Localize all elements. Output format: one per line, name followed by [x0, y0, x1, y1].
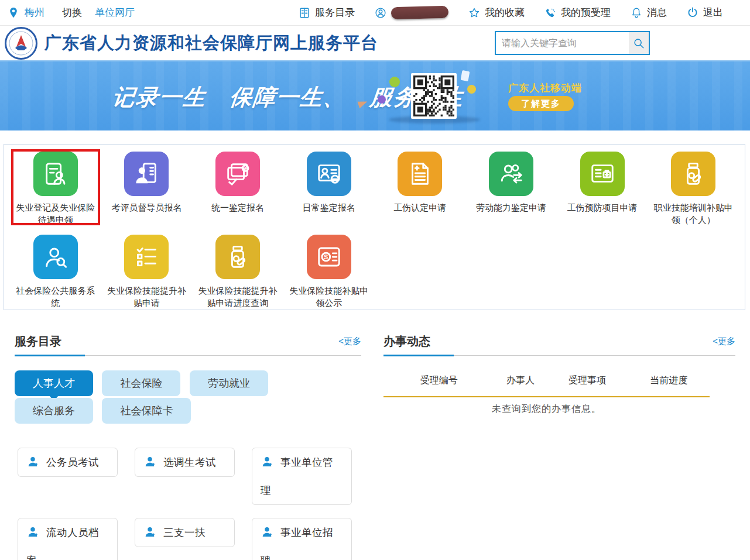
- service-label: 失业保险技能补贴申领公示: [287, 284, 371, 309]
- purple-dot-decor: [378, 95, 386, 104]
- service-examiner-signup[interactable]: 考评员督导员报名: [101, 152, 193, 235]
- card-civil-servant-exam[interactable]: 公务员考试: [18, 448, 118, 477]
- topbar-menu: 服务目录 我的收藏 我的预受理 消息 退出: [298, 6, 723, 19]
- user-account[interactable]: [374, 6, 448, 19]
- card-three-supports[interactable]: 三支一扶: [135, 518, 235, 547]
- photo-check-icon: ¥: [215, 152, 260, 196]
- catalog-cards: 公务员考试 选调生考试 事业单位管理 流动人员档案 三支一扶 事业单位招聘: [18, 448, 361, 560]
- search-button[interactable]: [629, 32, 649, 54]
- quick-services-grid: 失业登记及失业保险待遇申领 考评员督导员报名 ¥ 统一鉴定报名 日常鉴定报名 工…: [4, 145, 745, 309]
- catalog-more-link[interactable]: <更多: [338, 336, 361, 347]
- catalog-section-title: 服务目录: [15, 335, 61, 348]
- card-label: 选调生考试: [163, 456, 216, 468]
- switch-city-link[interactable]: 切换: [62, 6, 82, 19]
- quick-services-panel: 失业登记及失业保险待遇申领 考评员督导员报名 ¥ 统一鉴定报名 日常鉴定报名 工…: [4, 144, 745, 310]
- coin-dot-decor: [467, 85, 476, 94]
- service-label: 职业技能培训补贴申领（个人）: [652, 201, 735, 226]
- col-progress: 当前进度: [628, 375, 710, 387]
- favorites-menu[interactable]: 我的收藏: [468, 6, 525, 19]
- phone-icon: [544, 6, 557, 19]
- col-applicant: 办事人: [494, 375, 546, 387]
- service-skill-subsidy-apply[interactable]: 失业保险技能提升补贴申请: [101, 235, 193, 309]
- search-box: [495, 31, 650, 55]
- messages-label: 消息: [647, 6, 667, 19]
- redacted-username: [391, 6, 449, 20]
- user-circle-icon: [374, 6, 387, 19]
- mobile-app-label: 广东人社移动端: [508, 81, 582, 95]
- catalog-tabs: 人事人才 社会保险 劳动就业 综合服务 社会保障卡: [15, 370, 361, 424]
- person-doc-icon: [124, 152, 169, 196]
- service-label: 社会保险公共服务系统: [14, 284, 97, 309]
- card-si-icon: S: [307, 235, 351, 279]
- service-label: 失业保险技能提升补贴申请: [105, 284, 188, 309]
- service-label: 考评员督导员报名: [105, 201, 188, 214]
- messages-menu[interactable]: 消息: [630, 6, 667, 19]
- learn-more-button[interactable]: 了解更多: [508, 96, 574, 111]
- logout-menu[interactable]: 退出: [686, 6, 723, 19]
- activity-more-link[interactable]: <更多: [713, 336, 735, 347]
- service-label: 工伤预防项目申请: [561, 201, 644, 214]
- search-input[interactable]: [496, 32, 629, 54]
- service-catalog-menu[interactable]: 服务目录: [298, 6, 355, 19]
- service-unemployment-registration[interactable]: 失业登记及失业保险待遇申领: [10, 152, 101, 235]
- card-public-institution-recruit[interactable]: 事业单位招聘: [252, 518, 352, 560]
- service-catalog-label: 服务目录: [315, 6, 355, 19]
- banner: 记录一生 保障一生、 服务一生 广东人社移动端 了解更多: [0, 60, 750, 130]
- service-skill-subsidy-publicity[interactable]: S 失业保险技能补贴申领公示: [283, 235, 375, 309]
- location-pin-icon: [7, 6, 20, 19]
- person-icon: [143, 521, 156, 534]
- pre-acceptance-label: 我的预受理: [561, 6, 611, 19]
- location-group: 梅州 切换 单位网厅: [7, 6, 135, 19]
- service-label: 统一鉴定报名: [196, 201, 279, 214]
- person-icon: [26, 521, 39, 534]
- tab-social-security-card[interactable]: 社会保障卡: [102, 398, 191, 424]
- service-training-subsidy[interactable]: 职业技能培训补贴申领（个人）: [648, 152, 739, 235]
- tab-labor-employment[interactable]: 劳动就业: [190, 370, 268, 396]
- page: 梅州 切换 单位网厅 服务目录 我的收藏 我的预受理 消息: [0, 0, 750, 560]
- current-city[interactable]: 梅州: [25, 6, 44, 19]
- service-daily-appraisal[interactable]: 日常鉴定报名: [283, 152, 375, 235]
- card-mobile-personnel-files[interactable]: 流动人员档案: [18, 518, 118, 560]
- id-card-stamp-icon: [307, 152, 351, 196]
- service-injury-prevention[interactable]: 工伤预防项目申请: [557, 152, 648, 235]
- service-label: 日常鉴定报名: [287, 201, 371, 214]
- pre-acceptance-menu[interactable]: 我的预受理: [544, 6, 611, 19]
- star-icon: [468, 6, 481, 19]
- people-exchange-icon: [489, 152, 533, 196]
- unit-hall-link[interactable]: 单位网厅: [95, 6, 135, 19]
- service-label: 工伤认定申请: [378, 201, 461, 214]
- page-title: 广东省人力资源和社会保障厅网上服务平台: [44, 26, 378, 60]
- svg-text:S: S: [324, 253, 328, 260]
- favorites-label: 我的收藏: [485, 6, 525, 19]
- list-firstaid-icon: [580, 152, 625, 196]
- col-matter: 受理事项: [546, 375, 628, 387]
- site-header: 广东省人力资源和社会保障厅网上服务平台: [0, 26, 750, 60]
- medicine-bottle-icon: [215, 235, 260, 279]
- doc-person-icon: [33, 152, 78, 196]
- doc-plus-icon: [398, 152, 442, 196]
- service-injury-recognition[interactable]: 工伤认定申请: [375, 152, 466, 235]
- card-label: 公务员考试: [46, 456, 99, 468]
- medicine-bottle-icon: [671, 152, 715, 196]
- service-label: 失业登记及失业保险待遇申领: [14, 201, 97, 226]
- service-skill-subsidy-progress[interactable]: 失业保险技能提升补贴申请进度查询: [192, 235, 283, 309]
- card-selected-graduate-exam[interactable]: 选调生考试: [135, 448, 235, 477]
- service-label: 劳动能力鉴定申请: [470, 201, 553, 214]
- card-public-institution-mgmt[interactable]: 事业单位管理: [252, 448, 352, 505]
- service-labor-capacity[interactable]: 劳动能力鉴定申请: [465, 152, 557, 235]
- service-unified-appraisal[interactable]: ¥ 统一鉴定报名: [192, 152, 283, 235]
- power-icon: [686, 6, 699, 19]
- green-dot-decor: [389, 77, 400, 87]
- service-social-insurance-public[interactable]: 社会保险公共服务系统: [10, 235, 101, 309]
- checklist-icon: [124, 235, 169, 279]
- search-icon: [632, 37, 645, 50]
- tab-personnel-talent[interactable]: 人事人才: [15, 370, 93, 396]
- catalog-section-head: 服务目录 <更多: [15, 334, 361, 356]
- activity-table-header: 受理编号 办事人 受理事项 当前进度: [383, 375, 710, 387]
- service-label: 失业保险技能提升补贴申请进度查询: [196, 284, 279, 309]
- service-catalog-section: 服务目录 <更多 人事人才 社会保险 劳动就业 综合服务 社会保障卡 公务员考试…: [15, 334, 361, 560]
- tab-social-insurance[interactable]: 社会保险: [102, 370, 180, 396]
- logout-label: 退出: [703, 6, 723, 19]
- tab-comprehensive-service[interactable]: 综合服务: [15, 398, 93, 424]
- person-icon: [143, 451, 156, 463]
